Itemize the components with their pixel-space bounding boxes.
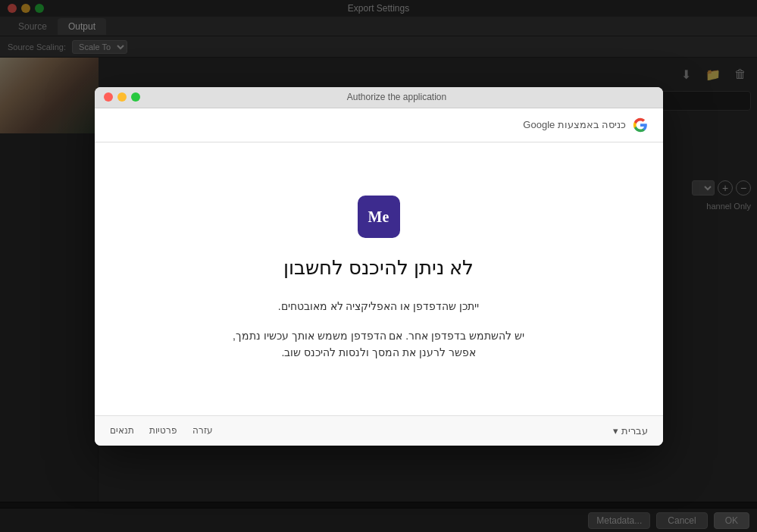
modal-minimize-button[interactable] xyxy=(117,92,127,102)
chevron-down-icon: ▾ xyxy=(613,425,618,437)
modal-maximize-button[interactable] xyxy=(131,92,140,102)
modal-subtitle: ייתכן שהדפדפן או האפליקציה לא מאובטחים. xyxy=(278,298,479,315)
modal-window: Authorize the application כניסה באמצעות … xyxy=(95,87,663,446)
terms-link[interactable]: תנאים xyxy=(110,425,134,436)
modal-footer: עברית ▾ עזרה פרטיות תנאים xyxy=(95,415,663,446)
language-selector[interactable]: עברית ▾ xyxy=(613,425,648,437)
modal-content: Me לא ניתן להיכנס לחשבון ייתכן שהדפדפן א… xyxy=(95,142,663,415)
modal-title-bar: Authorize the application xyxy=(95,87,663,108)
privacy-link[interactable]: פרטיות xyxy=(149,425,177,436)
adobe-me-icon: Me xyxy=(358,196,400,238)
language-label: עברית xyxy=(621,425,648,437)
modal-overlay: Authorize the application כניסה באמצעות … xyxy=(0,0,757,532)
help-link[interactable]: עזרה xyxy=(192,425,213,436)
modal-description: יש להשתמש בדפדפן אחר. אם הדפדפן משמש אות… xyxy=(227,327,530,361)
modal-main-title: לא ניתן להיכנס לחשבון xyxy=(283,256,474,280)
modal-close-button[interactable] xyxy=(104,92,113,102)
google-icon xyxy=(633,117,648,133)
google-signin-text: כניסה באמצעות Google xyxy=(523,119,626,130)
modal-title: Authorize the application xyxy=(140,92,654,102)
footer-links: עזרה פרטיות תנאים xyxy=(110,425,213,436)
modal-traffic-lights xyxy=(104,92,140,102)
modal-google-header: כניסה באמצעות Google xyxy=(95,108,663,142)
